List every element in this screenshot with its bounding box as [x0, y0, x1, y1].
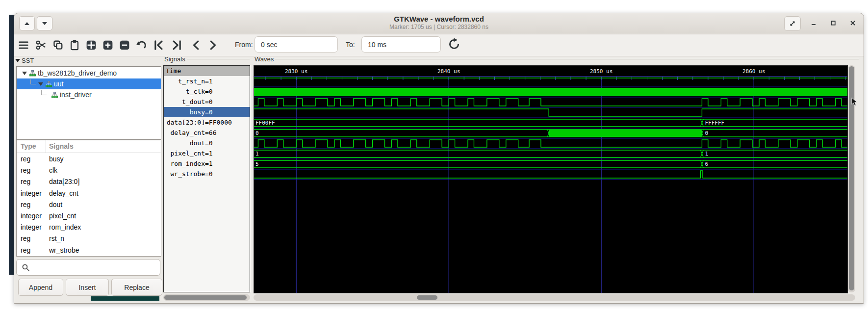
signal-row-busy[interactable]: busy=0 [164, 107, 250, 117]
zoom-in-button[interactable] [102, 39, 114, 52]
cut-button[interactable] [35, 39, 48, 52]
title-bar[interactable]: GTKWave - waveform.vcd Marker: 1705 us |… [14, 13, 864, 34]
svg-text:5: 5 [255, 161, 259, 167]
wave-hscrollbar[interactable] [254, 294, 855, 301]
table-row-data[23:0][interactable]: reg data[23:0] [17, 176, 161, 187]
table-row-pixel_cnt[interactable]: integer pixel_cnt [17, 210, 161, 222]
marker-cursor-status: Marker: 1705 us | Cursor: 2832860 ns [14, 24, 864, 31]
zoom-to-start-button[interactable] [153, 39, 165, 52]
menu-button[interactable] [17, 39, 30, 52]
signal-row-value: =1 [205, 160, 213, 167]
expand-icon [789, 20, 796, 27]
signal-list-header-time[interactable]: Time [164, 66, 250, 76]
insert-button[interactable]: Insert [66, 279, 109, 296]
from-input[interactable] [255, 36, 338, 52]
tree-item-tb_ws2812b_driver_demo[interactable]: tb_ws2812b_driver_demo [17, 68, 161, 78]
to-input[interactable] [361, 36, 441, 52]
tree-line [41, 90, 47, 95]
table-row-dout[interactable]: reg dout [17, 199, 161, 210]
paste-button[interactable] [68, 39, 81, 52]
table-row-clk[interactable]: reg clk [17, 165, 161, 176]
maximize-button[interactable] [826, 17, 840, 29]
hierarchy-icon [51, 92, 58, 98]
refresh-icon [448, 38, 460, 51]
tree-line [30, 79, 36, 84]
signal-name: wr_strobe [49, 246, 79, 254]
tree-item-inst_driver[interactable]: inst_driver [17, 89, 161, 100]
zoom-out-button[interactable] [118, 39, 131, 52]
signal-type: reg [21, 201, 30, 208]
undo-arrow-icon [136, 40, 147, 51]
close-button[interactable] [846, 17, 860, 29]
expand-button[interactable] [784, 16, 801, 31]
signal-row-name: busy [164, 107, 205, 117]
gtkwave-window: GTKWave - waveform.vcd Marker: 1705 us |… [14, 13, 864, 304]
minimize-icon [810, 20, 817, 26]
signal-row-dout[interactable]: dout=0 [164, 138, 250, 148]
signal-name: rom_index [49, 223, 81, 231]
hierarchy-icon [46, 81, 52, 87]
shift-left-button[interactable] [190, 39, 203, 52]
wave-canvas[interactable]: 2830 us2840 us2850 us2860 usFF00FFFFFFFF… [254, 65, 848, 293]
toolbar: From: To: [14, 34, 864, 56]
signal-row-wr_strobe[interactable]: wr_strobe=0 [164, 169, 250, 179]
signal-row-rom_index[interactable]: rom_index=1 [164, 158, 250, 169]
signal-row-pixel_cnt[interactable]: pixel_cnt=1 [164, 148, 250, 158]
signal-row-t_rst_n[interactable]: t_rst_n=1 [164, 76, 250, 86]
table-row-rom_index[interactable]: integer rom_index [17, 222, 161, 233]
zoom-in-icon [102, 40, 113, 51]
table-row-rst_n[interactable]: reg rst_n [17, 233, 161, 244]
reload-button[interactable] [448, 38, 460, 51]
signal-row-value: =66 [205, 129, 216, 136]
undo-button[interactable] [135, 39, 148, 52]
titlebar-up-button[interactable] [19, 16, 35, 30]
signal-type: integer [21, 212, 42, 220]
svg-text:0: 0 [255, 130, 259, 136]
sst-header[interactable]: SST [15, 57, 34, 64]
signal-name: pixel_cnt [49, 212, 76, 220]
signal-type: reg [21, 234, 30, 242]
table-row-delay_cnt[interactable]: integer delay_cnt [17, 188, 161, 199]
append-button[interactable]: Append [18, 279, 63, 296]
zoom-to-end-button[interactable] [170, 39, 183, 52]
signal-row-name: pixel_cnt [164, 148, 205, 158]
zoom-fit-icon [86, 40, 97, 51]
signals-hscrollbar[interactable] [163, 294, 250, 301]
paste-icon [69, 40, 80, 51]
expander-triangle-icon[interactable] [38, 82, 43, 86]
shift-right-button[interactable] [206, 39, 219, 52]
signal-type: integer [21, 223, 42, 231]
signal-row-data[23:0][interactable]: data[23:0]=FF0000 [164, 117, 250, 128]
svg-text:FF00FF: FF00FF [255, 120, 275, 126]
wave-hscrollbar-thumb[interactable] [417, 295, 437, 300]
signals-hscrollbar-thumb[interactable] [164, 295, 247, 300]
sst-tree: tb_ws2812b_driver_demo uut inst_driver [16, 66, 161, 140]
minimize-button[interactable] [807, 17, 820, 29]
replace-button[interactable]: Replace [111, 279, 162, 296]
signal-search-input[interactable] [16, 259, 160, 276]
signal-row-name: t_dout [164, 97, 205, 107]
signal-type: reg [21, 155, 30, 163]
expander-triangle-icon[interactable] [22, 72, 27, 75]
table-row-busy[interactable]: reg busy [17, 154, 161, 165]
svg-text:FFFFFF: FFFFFF [705, 120, 724, 126]
signal-type: reg [21, 166, 30, 174]
tree-item-uut[interactable]: uut [17, 78, 161, 89]
chevron-right-icon [207, 39, 219, 51]
column-divider [46, 140, 46, 153]
skip-to-end-icon [171, 39, 182, 51]
signal-row-t_clk[interactable]: t_clk=0 [164, 86, 250, 97]
column-header-signals[interactable]: Signals [49, 142, 74, 150]
signals-frame-line [187, 59, 250, 59]
column-header-type[interactable]: Type [21, 142, 36, 150]
tree-item-label: inst_driver [60, 91, 92, 99]
signal-row-delay_cnt[interactable]: delay_cnt=66 [164, 128, 250, 138]
table-row-wr_strobe[interactable]: reg wr_strobe [17, 245, 161, 256]
copy-button[interactable] [51, 39, 64, 52]
titlebar-down-button[interactable] [37, 16, 52, 30]
signal-row-t_dout[interactable]: t_dout=0 [164, 97, 250, 107]
signal-row-value: =0 [205, 88, 213, 95]
zoom-fit-button[interactable] [85, 39, 98, 52]
signal-name: busy [49, 155, 64, 163]
maximize-icon [830, 20, 837, 26]
